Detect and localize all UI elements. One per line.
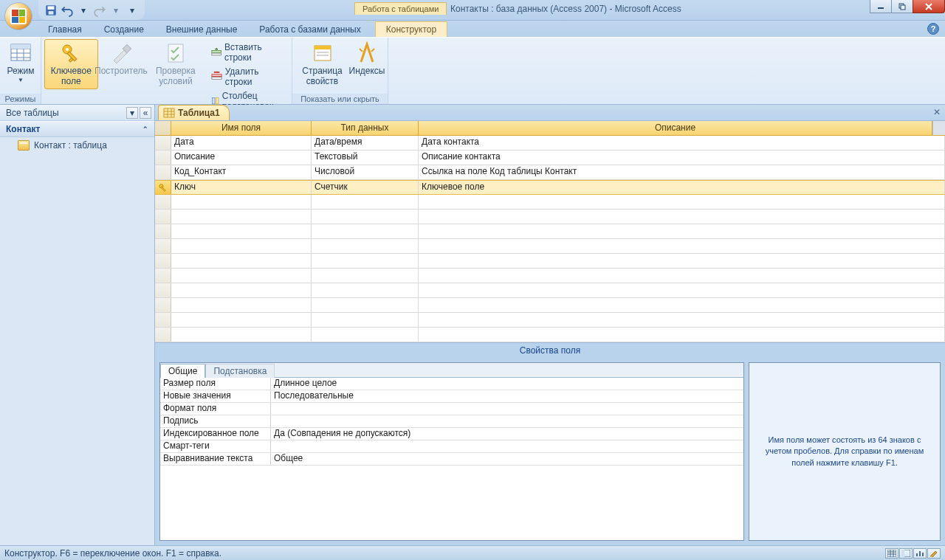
property-sheet-button[interactable]: Страница свойств xyxy=(295,39,349,89)
table-row[interactable]: Код_КонтактЧисловойСсылка на поле Код та… xyxy=(155,165,945,180)
property-row[interactable]: Размер поляДлинное целое xyxy=(160,378,743,390)
cell-field-name[interactable] xyxy=(171,269,312,283)
table-row[interactable] xyxy=(155,328,945,342)
builder-button[interactable]: Построитель xyxy=(98,39,145,79)
row-selector[interactable] xyxy=(155,254,171,268)
cell-description[interactable] xyxy=(419,195,945,209)
table-row[interactable] xyxy=(155,195,945,210)
cell-field-name[interactable] xyxy=(171,283,312,297)
row-selector[interactable] xyxy=(155,298,171,312)
nav-header[interactable]: Все таблицы ▾ « xyxy=(0,105,154,121)
property-value[interactable]: Последовательные xyxy=(271,390,743,402)
table-row[interactable] xyxy=(155,254,945,269)
view-mode-button[interactable]: Режим ▼ xyxy=(3,39,38,86)
select-all-corner[interactable] xyxy=(155,121,171,135)
cell-field-name[interactable] xyxy=(171,239,312,253)
test-rules-button[interactable]: Проверка условий xyxy=(144,39,207,89)
cell-field-name[interactable] xyxy=(171,210,312,224)
property-value[interactable] xyxy=(271,440,743,452)
table-row[interactable]: КлючСчетчикКлючевое поле xyxy=(155,180,945,195)
cell-data-type[interactable] xyxy=(312,195,419,209)
cell-description[interactable] xyxy=(419,224,945,238)
tab-lookup[interactable]: Подстановка xyxy=(205,364,275,378)
cell-field-name[interactable] xyxy=(171,254,312,268)
table-row[interactable] xyxy=(155,224,945,239)
row-selector[interactable] xyxy=(155,224,171,238)
property-row[interactable]: Новые значенияПоследовательные xyxy=(160,390,743,403)
delete-rows-button[interactable]: Удалить строки xyxy=(207,65,289,89)
table-row[interactable]: ОписаниеТекстовыйОписание контакта xyxy=(155,151,945,165)
property-value[interactable] xyxy=(271,415,743,427)
cell-field-name[interactable]: Ключ xyxy=(171,181,312,194)
redo-dropdown-icon[interactable]: ▾ xyxy=(109,4,123,17)
table-row[interactable]: ДатаДата/времяДата контакта xyxy=(155,136,945,151)
property-value[interactable]: Да (Совпадения не допускаются) xyxy=(271,428,743,440)
cell-data-type[interactable] xyxy=(312,328,419,342)
property-value[interactable] xyxy=(271,403,743,415)
row-selector[interactable] xyxy=(155,136,171,150)
table-row[interactable] xyxy=(155,239,945,254)
insert-rows-button[interactable]: Вставить строки xyxy=(207,41,289,64)
cell-data-type[interactable] xyxy=(312,283,419,297)
cell-data-type[interactable]: Дата/время xyxy=(312,136,419,150)
nav-dropdown-icon[interactable]: ▾ xyxy=(126,107,138,119)
qat-customize-icon[interactable]: ▾ xyxy=(126,4,139,17)
table-row[interactable] xyxy=(155,313,945,328)
cell-field-name[interactable]: Описание xyxy=(171,151,312,165)
tab-external-data[interactable]: Внешние данные xyxy=(155,21,249,37)
nav-item-contact-table[interactable]: Контакт : таблица xyxy=(0,137,154,153)
property-value[interactable]: Длинное целое xyxy=(271,378,743,390)
row-selector[interactable] xyxy=(155,181,171,194)
cell-description[interactable] xyxy=(419,328,945,342)
cell-description[interactable] xyxy=(419,313,945,327)
doc-close-button[interactable]: ✕ xyxy=(932,107,942,117)
indexes-button[interactable]: Индексы xyxy=(349,39,385,79)
property-row[interactable]: Подпись xyxy=(160,415,743,428)
cell-field-name[interactable]: Дата xyxy=(171,136,312,150)
cell-field-name[interactable]: Код_Контакт xyxy=(171,165,312,179)
cell-data-type[interactable]: Счетчик xyxy=(312,181,419,194)
col-header-name[interactable]: Имя поля xyxy=(171,121,312,135)
tab-design[interactable]: Конструктор xyxy=(375,21,447,37)
cell-data-type[interactable] xyxy=(312,313,419,327)
nav-collapse-icon[interactable]: « xyxy=(140,107,151,119)
help-icon[interactable]: ? xyxy=(927,23,939,35)
table-row[interactable] xyxy=(155,210,945,224)
row-selector[interactable] xyxy=(155,313,171,327)
tab-home[interactable]: Главная xyxy=(37,21,93,37)
cell-data-type[interactable] xyxy=(312,254,419,268)
cell-description[interactable] xyxy=(419,254,945,268)
table-row[interactable] xyxy=(155,269,945,283)
cell-description[interactable]: Описание контакта xyxy=(419,151,945,165)
cell-data-type[interactable]: Числовой xyxy=(312,165,419,179)
cell-description[interactable] xyxy=(419,210,945,224)
property-row[interactable]: Выравнивание текстаОбщее xyxy=(160,453,743,466)
tab-db-tools[interactable]: Работа с базами данных xyxy=(248,21,371,37)
view-pivottable-icon[interactable] xyxy=(899,548,913,559)
col-header-type[interactable]: Тип данных xyxy=(312,121,419,135)
table-row[interactable] xyxy=(155,298,945,313)
cell-description[interactable]: Ключевое поле xyxy=(419,181,945,194)
row-selector[interactable] xyxy=(155,210,171,224)
row-selector[interactable] xyxy=(155,195,171,209)
cell-data-type[interactable] xyxy=(312,298,419,312)
cell-data-type[interactable] xyxy=(312,269,419,283)
save-icon[interactable] xyxy=(44,4,58,17)
row-selector[interactable] xyxy=(155,151,171,165)
maximize-button[interactable] xyxy=(891,0,913,13)
cell-description[interactable] xyxy=(419,269,945,283)
cell-field-name[interactable] xyxy=(171,313,312,327)
cell-field-name[interactable] xyxy=(171,224,312,238)
property-row[interactable]: Смарт-теги xyxy=(160,440,743,453)
row-selector[interactable] xyxy=(155,283,171,297)
row-selector[interactable] xyxy=(155,269,171,283)
cell-data-type[interactable] xyxy=(312,224,419,238)
property-value[interactable]: Общее xyxy=(271,453,743,465)
cell-data-type[interactable] xyxy=(312,239,419,253)
table-row[interactable] xyxy=(155,283,945,298)
doc-tab-table1[interactable]: Таблица1 xyxy=(158,105,230,120)
row-selector[interactable] xyxy=(155,328,171,342)
row-selector[interactable] xyxy=(155,239,171,253)
cell-data-type[interactable]: Текстовый xyxy=(312,151,419,165)
cell-description[interactable] xyxy=(419,239,945,253)
